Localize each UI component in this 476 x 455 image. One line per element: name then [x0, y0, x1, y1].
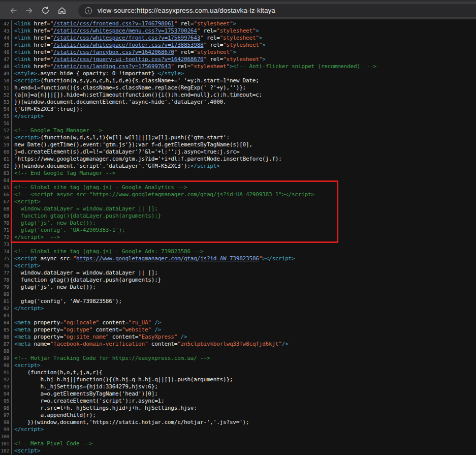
line-number: 48: [0, 63, 12, 70]
line-number: 59: [0, 141, 12, 148]
source-token: a.appendChild(r);: [14, 412, 96, 418]
source-token: "zn5clpbivkborlwq33fw8cqfjd6kjt": [177, 341, 282, 347]
source-line: 52(a[n]=a[n]||[]).hide=h;setTimeout(func…: [0, 92, 476, 99]
source-line: 89<!-- Hotjar Tracking Code for https://…: [0, 355, 476, 362]
reload-icon[interactable]: [41, 6, 50, 15]
source-link[interactable]: /static/css/jquery-ui-tooltip.css?v=1642…: [53, 56, 203, 63]
source-token: function gtag(){dataLayer.push(arguments…: [14, 213, 161, 219]
source-token: function gtag(){dataLayer.push(arguments…: [14, 277, 161, 283]
source-link[interactable]: /static/css/fancybox.css?v=1642068670: [53, 49, 174, 55]
line-number: 47: [0, 56, 12, 63]
source-line: 62})(window,document,'script','dataLayer…: [0, 163, 476, 170]
source-line: 59new Date().getTime(),event:'gtm.js'});…: [0, 141, 476, 148]
source-line: 99</script>: [0, 426, 476, 433]
source-line: 46<link href="/static/css/fancybox.css?v…: [0, 49, 476, 56]
source-line: 95 r=o.createElement('script');r.async=1…: [0, 398, 476, 405]
address-bar[interactable]: i view-source:https://easyxpress.com.ua/…: [78, 4, 476, 17]
source-token: property=: [30, 326, 63, 333]
line-number: 52: [0, 92, 12, 99]
source-link[interactable]: https://www.googletagmanager.com/gtag/js…: [76, 255, 259, 262]
source-token: <script>: [14, 198, 40, 205]
line-number: 71: [0, 227, 12, 234]
browser-window: i view-source:https://easyxpress.com.ua/…: [0, 0, 476, 454]
browser-toolbar: i view-source:https://easyxpress.com.ua/…: [0, 0, 476, 19]
source-token: <meta: [14, 326, 30, 333]
line-number: 70: [0, 220, 12, 227]
source-link[interactable]: /static/css/whitespace/front.css?v=17569…: [53, 35, 200, 41]
source-token: href=: [30, 42, 50, 48]
page-info-icon[interactable]: i: [85, 7, 92, 14]
source-token: <!-- Hotjar Tracking Code for https://ea…: [14, 355, 210, 361]
source-link[interactable]: /static/css/whitespace/footer.css?v=1738…: [53, 42, 203, 48]
source-line: 75<script async src="https://www.googlet…: [0, 255, 476, 262]
source-token: window.dataLayer = window.dataLayer || […: [14, 205, 158, 212]
line-number: 57: [0, 127, 12, 134]
source-line: 44<link href="/static/css/whitespace/fro…: [0, 35, 476, 42]
line-number: 53: [0, 99, 12, 106]
line-number: 45: [0, 42, 12, 49]
source-line: 45<link href="/static/css/whitespace/foo…: [0, 42, 476, 49]
line-number: 60: [0, 148, 12, 156]
line-number: 63: [0, 170, 12, 177]
source-token: <!-- Global site tag (gtag.js) - Google …: [14, 184, 187, 191]
source-line: 51h.end=i=function(){s.className=s.class…: [0, 84, 476, 92]
source-token: href=: [30, 35, 50, 41]
source-token: (function(h,o,t,j,a,r){: [14, 369, 102, 376]
home-icon[interactable]: [57, 6, 67, 15]
line-number: 99: [0, 426, 12, 433]
source-token: "EasyXpress": [138, 333, 177, 340]
back-icon[interactable]: [8, 6, 18, 15]
source-token: href=: [30, 27, 50, 34]
source-token: <!-- Global site tag (gtag.js) - Google …: [14, 248, 204, 255]
source-link[interactable]: /static/css/whitespace/menu.css?v=175370…: [53, 27, 197, 34]
source-line: 90<script>: [0, 362, 476, 369]
source-link[interactable]: /static/css/landing.css?v=1756997643: [53, 63, 171, 70]
source-token: rel=: [207, 56, 223, 63]
source-line: 76<script>: [0, 262, 476, 269]
line-number: 44: [0, 35, 12, 42]
source-token: <meta: [14, 319, 30, 326]
line-number: 87: [0, 341, 12, 348]
source-token: })(window,document,'script','dataLayer',…: [14, 163, 191, 169]
line-number: 46: [0, 49, 12, 56]
line-number: 58: [0, 134, 12, 141]
source-line: 66<!-- <script async src="https://www.go…: [0, 191, 476, 198]
source-token: "og:site_name": [63, 333, 109, 340]
source-line: 64: [0, 177, 476, 184]
source-token: "stylesheet": [191, 63, 230, 70]
line-number: 73: [0, 241, 12, 248]
line-number: 95: [0, 398, 12, 405]
line-number: 75: [0, 255, 12, 262]
line-number: 42: [0, 20, 12, 27]
source-token: >: [262, 56, 265, 63]
source-link[interactable]: /static/css/frontend.css?v=1746798061: [53, 20, 174, 27]
line-number: 65: [0, 184, 12, 191]
line-number: 81: [0, 298, 12, 305]
source-token: "facebook-domain-verification": [50, 341, 148, 347]
source-token: <link: [14, 49, 30, 55]
line-number: 96: [0, 405, 12, 412]
source-token: <link: [14, 42, 30, 48]
url-text[interactable]: view-source:https://easyxpress.com.ua/do…: [98, 7, 275, 14]
source-token: h.end=i=function(){s.className=s.classNa…: [14, 84, 246, 91]
source-line: 83: [0, 312, 476, 319]
source-token: <script>: [14, 134, 40, 141]
source-token: j=d.createElement(s),dl=l!='dataLayer'?'…: [14, 148, 239, 155]
line-number: 86: [0, 333, 12, 341]
source-line: 65<!-- Global site tag (gtag.js) - Googl…: [0, 184, 476, 191]
line-number: 77: [0, 269, 12, 277]
source-token: href=: [30, 20, 50, 27]
forward-icon[interactable]: [24, 6, 34, 15]
source-token: />: [151, 326, 161, 333]
source-token: gtag('js', new Date());: [14, 284, 96, 290]
source-token: </script>: [14, 426, 44, 433]
source-line: 68 window.dataLayer = window.dataLayer |…: [0, 205, 476, 213]
source-token: >: [233, 20, 236, 27]
source-line: 53})(window,document.documentElement,'as…: [0, 99, 476, 106]
line-number: 50: [0, 77, 12, 84]
source-line: 47<link href="/static/css/jquery-ui-tool…: [0, 56, 476, 63]
source-line: 93 h._hjSettings={hjid:3364279,hjsv:6};: [0, 383, 476, 390]
source-token: <style>: [14, 70, 37, 77]
source-token: href=: [30, 63, 50, 70]
line-number: 84: [0, 319, 12, 326]
